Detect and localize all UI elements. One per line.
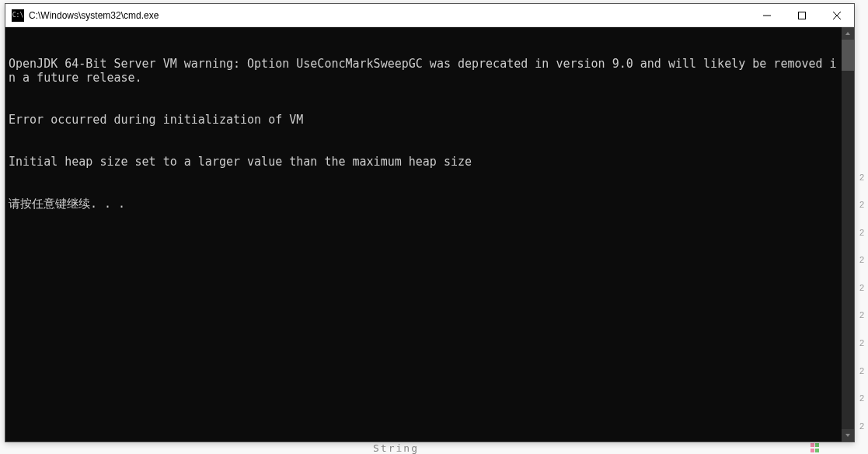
terminal-line: 请按任意键继续. . . [9, 197, 838, 211]
bg-number: 2 [859, 228, 864, 237]
bg-number: 2 [859, 421, 864, 431]
bg-number: 2 [859, 393, 864, 403]
color-dots-icon [810, 443, 821, 452]
bg-number: 2 [859, 200, 864, 209]
terminal-line: Initial heap size set to a larger value … [9, 155, 838, 169]
minimize-icon [763, 12, 771, 19]
background-bottom-text: String [373, 442, 419, 454]
scrollbar-thumb[interactable] [842, 40, 854, 71]
maximize-icon [798, 12, 806, 19]
scrollbar-down-button[interactable] [842, 429, 854, 442]
vertical-scrollbar[interactable] [842, 27, 854, 442]
svg-marker-5 [845, 434, 850, 437]
window-title: C:\Windows\system32\cmd.exe [29, 10, 749, 21]
chevron-down-icon [845, 432, 851, 438]
close-button[interactable] [819, 4, 854, 26]
background-bottom-strip: String [0, 442, 868, 454]
minimize-button[interactable] [749, 4, 784, 26]
scrollbar-up-button[interactable] [842, 27, 854, 40]
close-icon [833, 12, 841, 19]
bg-number: 2 [859, 283, 864, 292]
terminal-line: Error occurred during initialization of … [9, 113, 838, 127]
chevron-up-icon [845, 30, 851, 37]
bg-number: 2 [859, 310, 864, 320]
title-bar[interactable]: C:\ C:\Windows\system32\cmd.exe [5, 4, 854, 27]
svg-marker-4 [845, 32, 850, 35]
bg-number: 2 [859, 255, 864, 264]
bg-number: 2 [859, 338, 864, 347]
terminal-output[interactable]: OpenJDK 64-Bit Server VM warning: Option… [5, 27, 842, 442]
bg-number: 2 [859, 173, 864, 182]
terminal-line: OpenJDK 64-Bit Server VM warning: Option… [9, 57, 838, 85]
window-controls [749, 4, 854, 26]
bg-number: 2 [859, 366, 864, 375]
cmd-icon: C:\ [12, 9, 24, 22]
terminal-body: OpenJDK 64-Bit Server VM warning: Option… [5, 27, 854, 442]
svg-rect-1 [798, 12, 805, 19]
cmd-window: C:\ C:\Windows\system32\cmd.exe OpenJDK … [5, 3, 855, 442]
maximize-button[interactable] [784, 4, 819, 26]
